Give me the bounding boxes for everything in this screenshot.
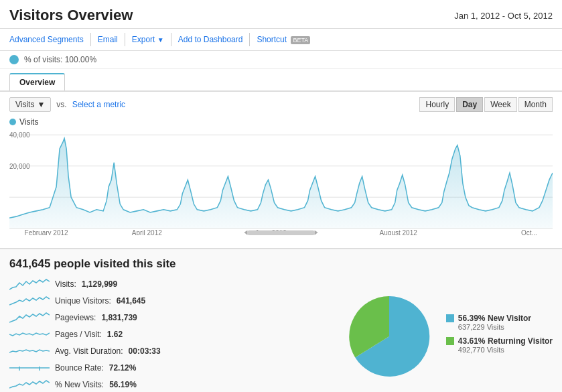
- legend-new-visitor: 56.39% New Visitor 637,229 Visits: [446, 314, 553, 331]
- stat-pages-visit-value: 1.62: [107, 330, 123, 339]
- pie-section: 56.39% New Visitor 637,229 Visits 43.61%…: [346, 277, 553, 392]
- stat-row-new-visits: % New Visits: 56.19%: [9, 378, 332, 391]
- svg-rect-11: [247, 231, 314, 235]
- time-btn-day[interactable]: Day: [456, 97, 483, 112]
- returning-visitor-pct: 43.61%: [458, 336, 486, 346]
- time-buttons: Hourly Day Week Month: [419, 97, 553, 112]
- stats-section: 641,645 people visited this site Visits:…: [0, 248, 562, 392]
- sparkline-bounce: [9, 361, 50, 375]
- time-btn-month[interactable]: Month: [518, 97, 553, 112]
- stat-duration-value: 00:03:33: [129, 346, 161, 356]
- chart-area: Visits 40,000 20,000 February 2012: [0, 117, 562, 248]
- toolbar: Advanced Segments Email Export ▼ Add to …: [0, 29, 562, 51]
- series-label-text: Visits: [19, 117, 38, 127]
- chart-svg-container: 40,000 20,000 February 2012 April 2012 J…: [9, 128, 553, 235]
- svg-text:August 2012: August 2012: [380, 229, 418, 235]
- tab-bar: Overview: [0, 69, 562, 92]
- svg-text:April 2012: April 2012: [132, 229, 162, 235]
- svg-marker-12: [244, 231, 247, 235]
- page-header: Visitors Overview Jan 1, 2012 - Oct 5, 2…: [0, 0, 562, 29]
- visits-label: Visits: [15, 100, 34, 109]
- stat-row-unique: Unique Visitors: 641,645: [9, 294, 332, 308]
- returning-visitor-label: Returning Visitor: [488, 336, 553, 346]
- segment-circle-icon: [9, 55, 19, 64]
- new-visitor-label: New Visitor: [488, 314, 531, 323]
- pie-legend: 56.39% New Visitor 637,229 Visits 43.61%…: [446, 314, 553, 359]
- add-to-dashboard-button[interactable]: Add to Dashboard: [171, 33, 251, 46]
- export-button[interactable]: Export ▼: [125, 33, 171, 46]
- dropdown-arrow-icon: ▼: [37, 100, 45, 109]
- svg-text:40,000: 40,000: [9, 131, 30, 139]
- export-arrow-icon: ▼: [157, 36, 164, 44]
- legend-new-text: 56.39% New Visitor 637,229 Visits: [458, 314, 531, 331]
- stat-row-visits: Visits: 1,129,999: [9, 277, 332, 291]
- select-metric-link[interactable]: Select a metric: [72, 100, 125, 109]
- returning-visitor-visits: 492,770 Visits: [458, 346, 553, 354]
- legend-returning-text: 43.61% Returning Visitor 492,770 Visits: [458, 336, 553, 354]
- chart-series-label: Visits: [9, 117, 553, 127]
- pie-chart: [346, 293, 433, 380]
- page-title: Visitors Overview: [9, 7, 133, 24]
- sparkline-visits: [9, 277, 50, 291]
- sparkline-unique: [9, 294, 50, 308]
- stat-new-visits-value: 56.19%: [109, 380, 137, 389]
- date-range: Jan 1, 2012 - Oct 5, 2012: [454, 11, 553, 21]
- stat-unique-value: 641,645: [117, 296, 145, 306]
- legend-returning-icon: [446, 337, 454, 345]
- stat-bounce-value: 72.12%: [109, 363, 137, 373]
- stat-visits-value: 1,129,999: [82, 279, 117, 289]
- stat-row-pages-visit: Pages / Visit: 1.62: [9, 328, 332, 341]
- metric-left: Visits ▼ vs. Select a metric: [9, 97, 125, 112]
- segment-text: % of visits: 100.00%: [24, 55, 96, 64]
- svg-text:20,000: 20,000: [9, 163, 30, 170]
- stat-row-duration: Avg. Visit Duration: 00:03:33: [9, 344, 332, 358]
- legend-returning-visitor: 43.61% Returning Visitor 492,770 Visits: [446, 336, 553, 354]
- sparkline-duration: [9, 344, 50, 358]
- stat-row-bounce: Bounce Rate: 72.12%: [9, 361, 332, 375]
- sparkline-pageviews: [9, 311, 50, 324]
- visits-dropdown[interactable]: Visits ▼: [9, 97, 51, 112]
- shortcut-button[interactable]: Shortcut BETA: [250, 33, 317, 46]
- new-visitor-visits: 637,229 Visits: [458, 323, 531, 331]
- new-visitor-pct: 56.39%: [458, 314, 486, 323]
- svg-text:February 2012: February 2012: [25, 229, 68, 235]
- beta-badge: BETA: [291, 36, 310, 44]
- time-btn-week[interactable]: Week: [484, 97, 516, 112]
- svg-marker-13: [315, 231, 318, 235]
- chart-svg: 40,000 20,000 February 2012 April 2012 J…: [9, 128, 553, 235]
- series-dot-icon: [9, 119, 16, 125]
- sparkline-pages-visit: [9, 328, 50, 341]
- svg-text:Oct...: Oct...: [521, 229, 537, 235]
- advanced-segments-button[interactable]: Advanced Segments: [9, 33, 91, 46]
- legend-new-icon: [446, 314, 454, 322]
- chart-controls: Visits ▼ vs. Select a metric Hourly Day …: [0, 92, 562, 117]
- stats-body: Visits: 1,129,999 Unique Visitors: 641,6…: [9, 277, 553, 392]
- sparkline-new-visits: [9, 378, 50, 391]
- stats-title: 641,645 people visited this site: [9, 257, 553, 271]
- stat-row-pageviews: Pageviews: 1,831,739: [9, 311, 332, 324]
- stats-left: Visits: 1,129,999 Unique Visitors: 641,6…: [9, 277, 332, 392]
- time-btn-hourly[interactable]: Hourly: [419, 97, 455, 112]
- vs-text: vs.: [56, 100, 66, 109]
- tab-overview[interactable]: Overview: [9, 73, 65, 90]
- email-button[interactable]: Email: [91, 33, 125, 46]
- stat-pageviews-value: 1,831,739: [101, 313, 137, 322]
- segment-bar: % of visits: 100.00%: [0, 51, 562, 69]
